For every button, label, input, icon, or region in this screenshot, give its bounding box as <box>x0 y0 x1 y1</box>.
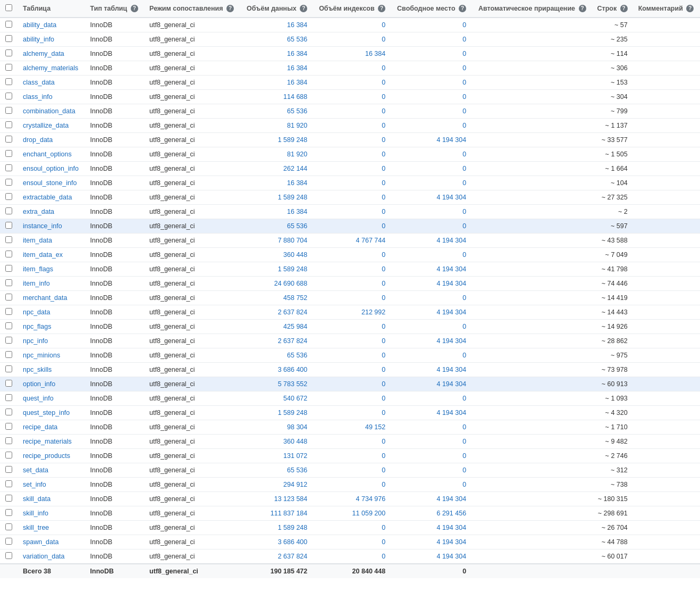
table-name-cell[interactable]: alchemy_data <box>18 47 85 61</box>
table-name-link[interactable]: instance_info <box>23 222 62 230</box>
row-checkbox-cell[interactable] <box>0 391 18 406</box>
row-checkbox-cell[interactable] <box>0 234 18 248</box>
row-checkbox[interactable] <box>5 179 12 186</box>
row-checkbox-cell[interactable] <box>0 147 18 162</box>
table-name-cell[interactable]: class_info <box>18 90 85 104</box>
col-index-size-help-icon[interactable]: ? <box>378 5 385 12</box>
table-name-link[interactable]: ability_info <box>23 36 54 43</box>
select-all-header[interactable] <box>0 0 18 18</box>
table-name-link[interactable]: recipe_products <box>23 452 70 460</box>
row-checkbox[interactable] <box>5 409 12 415</box>
table-name-link[interactable]: npc_minions <box>23 352 60 359</box>
col-collation-help-icon[interactable]: ? <box>226 5 234 12</box>
table-name-cell[interactable]: recipe_data <box>18 420 85 435</box>
row-checkbox-cell[interactable] <box>0 521 18 535</box>
row-checkbox[interactable] <box>5 552 12 559</box>
row-checkbox[interactable] <box>5 322 12 329</box>
col-rows-help-icon[interactable]: ? <box>620 5 628 12</box>
table-name-link[interactable]: alchemy_materials <box>23 64 78 72</box>
table-name-link[interactable]: skill_info <box>23 510 48 517</box>
row-checkbox-cell[interactable] <box>0 219 18 234</box>
row-checkbox[interactable] <box>5 466 12 473</box>
table-name-cell[interactable]: quest_step_info <box>18 406 85 420</box>
table-name-link[interactable]: recipe_materials <box>23 438 72 445</box>
table-name-link[interactable]: set_data <box>23 466 48 474</box>
row-checkbox[interactable] <box>5 380 12 387</box>
table-name-link[interactable]: merchant_data <box>23 294 67 302</box>
row-checkbox[interactable] <box>5 49 12 56</box>
table-name-cell[interactable]: merchant_data <box>18 291 85 305</box>
row-checkbox-cell[interactable] <box>0 90 18 104</box>
row-checkbox-cell[interactable] <box>0 305 18 320</box>
table-name-cell[interactable]: ensoul_stone_info <box>18 176 85 190</box>
col-type-help-icon[interactable]: ? <box>131 5 138 12</box>
row-checkbox-cell[interactable] <box>0 377 18 391</box>
table-name-link[interactable]: ensoul_stone_info <box>23 179 77 187</box>
row-checkbox-cell[interactable] <box>0 463 18 478</box>
row-checkbox-cell[interactable] <box>0 334 18 348</box>
row-checkbox[interactable] <box>5 423 12 430</box>
row-checkbox[interactable] <box>5 294 12 301</box>
table-name-cell[interactable]: npc_flags <box>18 320 85 334</box>
row-checkbox-cell[interactable] <box>0 32 18 47</box>
table-name-cell[interactable]: skill_data <box>18 492 85 506</box>
table-name-link[interactable]: spawn_data <box>23 538 58 546</box>
table-name-link[interactable]: npc_info <box>23 337 48 345</box>
row-checkbox-cell[interactable] <box>0 363 18 377</box>
row-checkbox[interactable] <box>5 93 12 99</box>
table-name-link[interactable]: npc_flags <box>23 323 52 330</box>
table-name-link[interactable]: item_data_ex <box>23 251 63 259</box>
row-checkbox[interactable] <box>5 251 12 257</box>
table-name-link[interactable]: combination_data <box>23 107 75 115</box>
table-name-cell[interactable]: instance_info <box>18 219 85 234</box>
row-checkbox[interactable] <box>5 279 12 286</box>
row-checkbox[interactable] <box>5 236 12 243</box>
row-checkbox[interactable] <box>5 193 12 200</box>
row-checkbox-cell[interactable] <box>0 18 18 32</box>
row-checkbox-cell[interactable] <box>0 320 18 334</box>
row-checkbox-cell[interactable] <box>0 133 18 147</box>
table-name-link[interactable]: npc_data <box>23 309 50 316</box>
row-checkbox-cell[interactable] <box>0 248 18 262</box>
row-checkbox[interactable] <box>5 265 12 272</box>
table-name-link[interactable]: ability_data <box>23 21 56 29</box>
row-checkbox[interactable] <box>5 365 12 372</box>
table-name-link[interactable]: crystallize_data <box>23 122 69 129</box>
table-name-cell[interactable]: extra_data <box>18 205 85 219</box>
table-name-cell[interactable]: set_data <box>18 463 85 478</box>
table-name-cell[interactable]: drop_data <box>18 133 85 147</box>
row-checkbox-cell[interactable] <box>0 406 18 420</box>
table-name-cell[interactable]: combination_data <box>18 104 85 119</box>
row-checkbox[interactable] <box>5 107 12 114</box>
table-name-link[interactable]: npc_skills <box>23 366 52 373</box>
table-name-cell[interactable]: extractable_data <box>18 190 85 205</box>
row-checkbox-cell[interactable] <box>0 47 18 61</box>
row-checkbox-cell[interactable] <box>0 205 18 219</box>
row-checkbox-cell[interactable] <box>0 162 18 176</box>
col-free-space-help-icon[interactable]: ? <box>459 5 466 12</box>
row-checkbox-cell[interactable] <box>0 478 18 492</box>
table-name-link[interactable]: skill_tree <box>23 524 49 531</box>
row-checkbox[interactable] <box>5 495 12 502</box>
table-name-cell[interactable]: skill_info <box>18 506 85 521</box>
table-name-link[interactable]: skill_data <box>23 495 50 503</box>
row-checkbox[interactable] <box>5 509 12 516</box>
table-name-link[interactable]: item_flags <box>23 265 53 273</box>
table-name-cell[interactable]: npc_skills <box>18 363 85 377</box>
table-name-cell[interactable]: item_data <box>18 234 85 248</box>
table-name-link[interactable]: recipe_data <box>23 423 57 431</box>
table-name-cell[interactable]: ensoul_option_info <box>18 162 85 176</box>
row-checkbox[interactable] <box>5 538 12 545</box>
table-name-cell[interactable]: alchemy_materials <box>18 61 85 76</box>
row-checkbox-cell[interactable] <box>0 435 18 449</box>
row-checkbox[interactable] <box>5 35 12 42</box>
row-checkbox-cell[interactable] <box>0 262 18 277</box>
row-checkbox-cell[interactable] <box>0 119 18 133</box>
row-checkbox[interactable] <box>5 150 12 157</box>
table-name-link[interactable]: option_info <box>23 380 55 388</box>
row-checkbox-cell[interactable] <box>0 291 18 305</box>
row-checkbox-cell[interactable] <box>0 277 18 291</box>
table-name-cell[interactable]: ability_info <box>18 32 85 47</box>
row-checkbox-cell[interactable] <box>0 76 18 90</box>
col-data-size-help-icon[interactable]: ? <box>300 5 307 12</box>
